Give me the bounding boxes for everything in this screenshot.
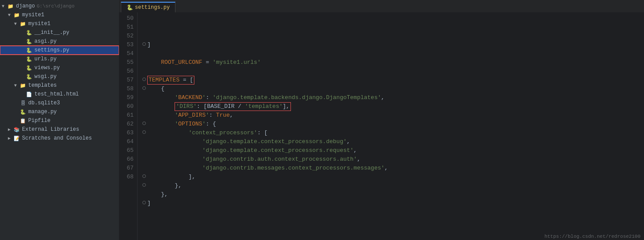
gutter-circle — [142, 86, 146, 90]
code-text: 'django.contrib.auth.context_processors.… — [147, 155, 361, 164]
sidebar-item-pipfile[interactable]: 📋Pipfile — [0, 116, 119, 125]
fold-icon[interactable] — [141, 120, 147, 129]
code-text: 'context_processors': [ — [147, 129, 268, 137]
code-line: }, — [141, 181, 644, 190]
line-numbers: 50515253545556575859606162636465666768 — [119, 12, 138, 240]
fold-icon[interactable] — [141, 199, 147, 208]
sidebar-item-label: urls.py — [34, 56, 56, 62]
py-icon: 🐍 — [26, 64, 33, 71]
line-number: 57 — [121, 76, 134, 85]
db-icon: 🗄 — [19, 100, 26, 107]
indent-space — [147, 103, 175, 110]
code-line: 'OPTIONS': { — [141, 120, 644, 129]
sidebar-item-init-py[interactable]: 🐍__init__.py — [0, 28, 119, 37]
folder-icon: 📁 — [19, 82, 26, 89]
line-number: 66 — [121, 155, 134, 164]
line-number: 61 — [121, 111, 134, 120]
fold-icon[interactable] — [141, 76, 147, 85]
sidebar-item-label: templates — [28, 82, 57, 89]
sidebar-item-urls-py[interactable]: 🐍urls.py — [0, 55, 119, 63]
settings-tab[interactable]: 🐍 settings.py — [121, 2, 175, 12]
code-text: ] — [147, 199, 151, 208]
line-number: 54 — [121, 49, 134, 58]
line-number: 50 — [121, 14, 134, 23]
fold-icon[interactable] — [141, 129, 147, 137]
expand-arrow-icon[interactable]: ▼ — [14, 22, 19, 26]
line-number: 56 — [121, 67, 134, 76]
code-line: 'django.contrib.messages.context_process… — [141, 164, 644, 173]
sidebar-item-wsgi-py[interactable]: 🐍wsgi.py — [0, 72, 119, 81]
html-icon: 📄 — [26, 91, 33, 98]
code-line: ] — [141, 199, 644, 208]
fold-icon[interactable] — [141, 41, 147, 49]
sidebar-item-scratches[interactable]: ▶📝Scratches and Consoles — [0, 134, 119, 143]
line-number: 64 — [121, 137, 134, 146]
sidebar-item-mysite1-inner[interactable]: ▼📁mysite1 — [0, 19, 119, 28]
code-text: 'BACKEND': 'django.template.backends.dja… — [147, 93, 384, 102]
line-number: 51 — [121, 23, 134, 32]
code-text: ROOT_URLCONF = 'mysite1.urls' — [147, 58, 261, 67]
expand-arrow-icon[interactable]: ▶ — [8, 136, 13, 141]
sidebar-item-ext-libs[interactable]: ▶📚External Libraries — [0, 125, 119, 134]
sidebar-item-asgi-py[interactable]: 🐍asgi.py — [0, 37, 119, 46]
line-number: 58 — [121, 85, 134, 93]
line-number: 62 — [121, 120, 134, 129]
expand-arrow-icon[interactable]: ▼ — [14, 83, 19, 88]
sidebar-item-mysite1[interactable]: ▼📁mysite1 — [0, 11, 119, 19]
fold-icon[interactable] — [141, 173, 147, 181]
code-text: 'django.contrib.messages.context_process… — [147, 164, 388, 173]
code-line: ROOT_URLCONF = 'mysite1.urls' — [141, 58, 644, 67]
sidebar-item-views-py[interactable]: 🐍views.py — [0, 63, 119, 72]
sidebar-item-django-root[interactable]: ▼📁djangoG:\src\django — [0, 2, 119, 11]
code-line: 'BACKEND': 'django.template.backends.dja… — [141, 93, 644, 102]
sidebar-item-label: mysite1 — [28, 21, 50, 27]
sidebar-item-label: Pipfile — [28, 118, 50, 124]
expand-arrow-icon[interactable]: ▼ — [2, 4, 7, 9]
expand-arrow-icon[interactable]: ▼ — [8, 13, 13, 18]
sidebar-item-label: wsgi.py — [34, 74, 56, 80]
code-text: 'OPTIONS': { — [147, 120, 216, 129]
folder-icon: 📁 — [13, 11, 20, 18]
scratch-icon: 📝 — [13, 135, 20, 142]
sidebar-item-label: mysite1 — [22, 12, 44, 18]
expand-arrow-icon[interactable]: ▶ — [8, 127, 13, 132]
line-number: 53 — [121, 41, 134, 49]
templates-highlight-box: TEMPLATES = [ — [147, 76, 194, 85]
code-line: 'DIRS': [BASE_DIR / 'templates'], — [141, 102, 644, 111]
settings-tab-icon: 🐍 — [127, 4, 133, 11]
sidebar-item-test-html[interactable]: 📄test_html.html — [0, 90, 119, 99]
sidebar-item-manage-py[interactable]: 🐍manage.py — [0, 107, 119, 116]
line-number: 63 — [121, 129, 134, 137]
py-icon: 🐍 — [26, 73, 33, 80]
gutter-circle — [142, 183, 146, 187]
code-line — [141, 49, 644, 58]
code-line: 'APP_DIRS': True, — [141, 111, 644, 120]
gutter-circle — [142, 42, 146, 46]
fold-icon[interactable] — [141, 181, 147, 190]
sidebar-item-label: Scratches and Consoles — [22, 135, 92, 141]
sidebar-item-db-sqlite[interactable]: 🗄db.sqlite3 — [0, 99, 119, 107]
code-text: 'django.template.context_processors.requ… — [147, 146, 357, 155]
py-icon: 🐍 — [26, 29, 33, 36]
gutter-circle — [142, 78, 146, 81]
code-line: ] — [141, 41, 644, 49]
code-text: }, — [147, 181, 182, 190]
code-line: 'context_processors': [ — [141, 129, 644, 137]
settings-tab-label: settings.py — [135, 4, 170, 11]
fold-icon[interactable] — [141, 85, 147, 93]
py-icon: 🐍 — [26, 55, 33, 63]
sidebar-item-templates[interactable]: ▼📁templates — [0, 81, 119, 90]
line-number: 59 — [121, 93, 134, 102]
code-text: TEMPLATES = [ — [147, 76, 194, 85]
folder-icon: 📁 — [19, 20, 26, 27]
code-line: ], — [141, 173, 644, 181]
code-text: ], — [147, 173, 195, 181]
sidebar-item-label: External Libraries — [22, 126, 79, 133]
watermark: https://blog.csdn.net/redrose2100 — [541, 233, 644, 240]
sidebar-item-settings-py[interactable]: 🐍settings.py — [0, 46, 119, 55]
code-line — [141, 67, 644, 76]
py-icon: 🐍 — [19, 108, 26, 115]
sidebar-item-sublabel: G:\src\django — [37, 4, 74, 9]
code-line: 'django.contrib.auth.context_processors.… — [141, 155, 644, 164]
line-number: 65 — [121, 146, 134, 155]
